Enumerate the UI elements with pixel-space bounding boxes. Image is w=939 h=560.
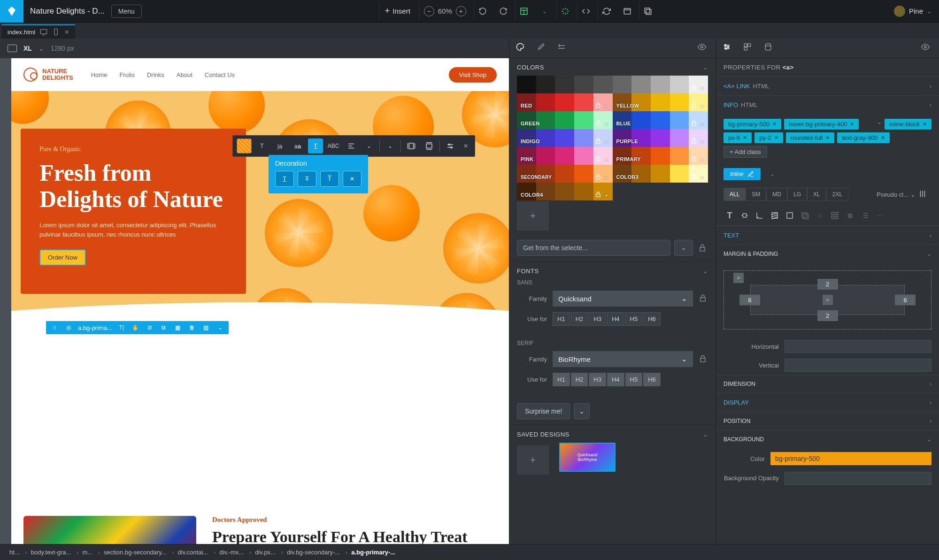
bc-item[interactable]: div.bg-secondary-...	[281, 547, 346, 558]
class-tag[interactable]: inline-block✕	[885, 119, 931, 130]
eye-icon[interactable]	[698, 43, 709, 54]
deco-none[interactable]: ✕	[343, 171, 362, 187]
browser-button[interactable]	[618, 2, 636, 20]
class-tag[interactable]: py-2✕	[754, 132, 783, 143]
right-eye-icon[interactable]	[921, 43, 932, 54]
selection-bar[interactable]: ⁝⁝ ◎ a.bg-prima... T| ✋ ⊘ ⧉ ▦ 🗑 ▨ ⌄	[46, 321, 229, 334]
vertical-input[interactable]	[785, 359, 931, 372]
pad-h-button[interactable]	[404, 138, 419, 153]
class-tag[interactable]: text-gray-900✕	[837, 132, 890, 143]
link-section[interactable]: <A> LINKHTML›	[716, 77, 939, 95]
hand-icon[interactable]: ✋	[131, 323, 140, 332]
breakpoint-label[interactable]: XL	[23, 45, 32, 52]
bg-opacity-input[interactable]	[785, 472, 931, 485]
nav-fruits[interactable]: Fruits	[119, 71, 135, 78]
visit-shop-button[interactable]: Visit Shop	[449, 67, 497, 83]
trash-icon[interactable]: 🗑	[187, 323, 197, 332]
layout-button[interactable]	[515, 2, 533, 20]
deco-overline[interactable]: T	[320, 171, 339, 187]
prop-transform-icon[interactable]: ◇	[814, 209, 826, 222]
case-button[interactable]: aa	[290, 138, 305, 153]
get-from-input[interactable]: Get from the selecte...	[517, 240, 670, 256]
prop-flex-icon[interactable]	[829, 209, 841, 222]
sans-h6[interactable]: H6	[643, 312, 661, 326]
prop-more-icon[interactable]: ⋯	[874, 209, 886, 222]
target-icon[interactable]: ◎	[64, 323, 73, 332]
bucket-tab[interactable]	[764, 43, 775, 54]
underline-button[interactable]: T	[308, 138, 323, 153]
app-logo[interactable]	[0, 0, 23, 23]
prop-spacing-icon[interactable]	[739, 209, 751, 222]
bg-dropdown[interactable]: ⌄	[383, 138, 398, 153]
horizontal-input[interactable]	[785, 340, 931, 353]
text-edit-icon[interactable]: T|	[117, 323, 126, 332]
viewport-icon[interactable]	[8, 45, 17, 52]
class-tag[interactable]: rounded-full✕	[786, 132, 835, 143]
settings-button[interactable]	[443, 138, 458, 153]
code-button[interactable]	[577, 2, 595, 20]
pseudo-select[interactable]: Pseudo cl...⌄	[877, 191, 916, 198]
spacing-tab[interactable]	[557, 43, 569, 54]
pad-v-button[interactable]	[422, 138, 437, 153]
deco-underline[interactable]: T	[275, 171, 294, 187]
prop-grid-icon[interactable]: ▦	[844, 209, 856, 222]
tools-icon[interactable]	[918, 190, 931, 199]
stripes-icon[interactable]: ▨	[201, 323, 211, 332]
sans-h1[interactable]: H1	[553, 312, 570, 326]
inline-style-button[interactable]: Inline	[723, 168, 761, 180]
copy-icon[interactable]: ⧉	[159, 323, 169, 332]
bp-2xl[interactable]: 2XL	[826, 188, 848, 201]
zoom-out-button[interactable]: −	[424, 6, 434, 16]
serif-h5[interactable]: H5	[625, 373, 643, 386]
sans-h5[interactable]: H5	[625, 312, 643, 326]
bg-color-button[interactable]	[237, 138, 252, 153]
zoom-in-button[interactable]: +	[456, 6, 466, 16]
class-tag[interactable]: px-6✕	[723, 132, 752, 143]
bp-md[interactable]: MD	[766, 188, 787, 201]
tab-close-button[interactable]: ✕	[64, 29, 69, 36]
bc-item[interactable]: ht...	[4, 547, 25, 558]
bc-item[interactable]: body.text-gra...	[25, 547, 77, 558]
surprise-dropdown[interactable]: ⌄	[574, 403, 590, 419]
nav-contact[interactable]: Contact Us	[205, 71, 235, 78]
brush-tab[interactable]	[537, 43, 548, 54]
serif-h3[interactable]: H3	[589, 373, 606, 386]
inline-chevron[interactable]: ⌄	[770, 171, 775, 177]
redo-button[interactable]	[494, 2, 512, 20]
classes-chevron[interactable]: ⌄	[877, 119, 882, 130]
bc-item[interactable]: section.bg-secondary...	[98, 547, 172, 558]
serif-family-select[interactable]: BioRhyme⌄	[553, 351, 693, 367]
prop-shadow-icon[interactable]	[799, 209, 811, 222]
palette-tab[interactable]	[516, 43, 527, 54]
class-tag[interactable]: bg-primary-500✕	[723, 119, 781, 130]
sans-family-select[interactable]: Quicksand⌄	[553, 291, 693, 307]
serif-h2[interactable]: H2	[571, 373, 588, 386]
toolbar-close[interactable]: ✕	[461, 143, 471, 149]
refresh-button[interactable]	[598, 2, 616, 20]
align-dropdown[interactable]: ⌄	[362, 138, 377, 153]
prop-border-icon[interactable]	[784, 209, 796, 222]
surprise-button[interactable]: Surprise me!	[517, 403, 570, 419]
prop-text-icon[interactable]: T	[723, 209, 736, 222]
sans-h2[interactable]: H2	[571, 312, 588, 326]
fonts-header[interactable]: FONTS⌄	[517, 268, 708, 275]
bc-item[interactable]: div.contai...	[172, 547, 214, 558]
saved-design-thumb[interactable]: QuicksandBioRhyme	[559, 443, 616, 472]
case-label-button[interactable]: |a	[272, 138, 287, 153]
bc-item[interactable]: div.-mx...	[214, 547, 249, 558]
user-avatar[interactable]	[894, 6, 905, 17]
grid-icon[interactable]: ▦	[173, 323, 183, 332]
pad-top-input[interactable]: 2	[817, 279, 838, 290]
move-icon[interactable]: ⁝⁝	[50, 323, 59, 332]
abc-button[interactable]: ABC	[326, 138, 341, 153]
class-tag[interactable]: hover:bg-primary-400✕	[784, 119, 859, 130]
menu-button[interactable]: Menu	[111, 5, 142, 18]
prop-dim-icon[interactable]	[754, 209, 766, 222]
margin-padding-header[interactable]: MARGIN & PADDING⌄	[716, 245, 939, 263]
breakpoint-chevron[interactable]: ⌄	[38, 45, 44, 52]
user-menu-chevron[interactable]: ⌄	[927, 8, 931, 15]
colors-header[interactable]: COLORS⌄	[517, 64, 708, 71]
file-tab[interactable]: index.html ✕	[2, 24, 75, 38]
click-mode-button[interactable]	[556, 2, 574, 20]
bp-xl[interactable]: XL	[807, 188, 826, 201]
